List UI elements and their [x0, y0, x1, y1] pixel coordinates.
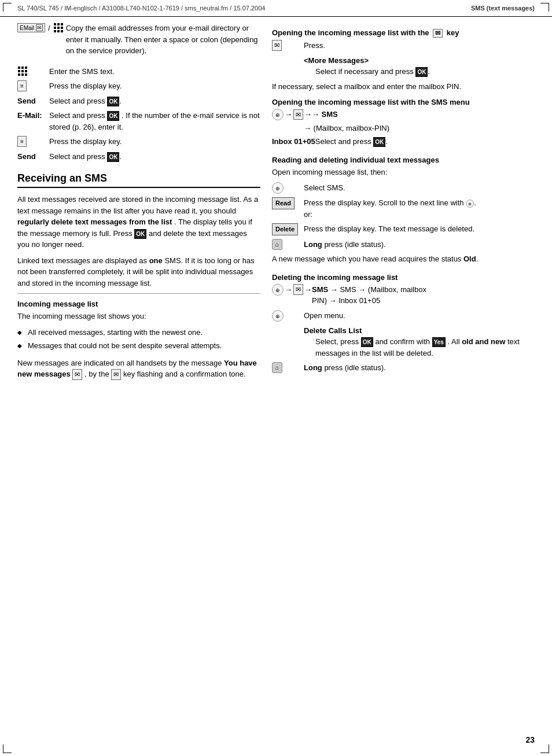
yes-badge: Yes [432, 337, 446, 347]
delete-row: Delete Press the display key. The text m… [272, 223, 535, 235]
press-display-desc2: Press the display key. [49, 136, 260, 147]
email-label: E-Mail: [17, 110, 42, 121]
svg-rect-7 [57, 30, 60, 32]
ok-badge-email: OK [107, 111, 119, 121]
email-label-area: E-Mail: [17, 110, 49, 121]
sms-del-icon: ✉ [293, 284, 303, 295]
end-call-icon-area: ⌂ [272, 239, 304, 250]
header-left: SL 740/SL 745 / IM-englisch / A31008-L74… [17, 5, 265, 12]
ok-badge-more: OK [415, 67, 428, 77]
sms-menu-row: ⊕ → ✉ → → SMS [272, 109, 535, 120]
bullet-item-2: Messages that could not be sent despite … [17, 340, 260, 352]
nav-icon-scroll: ⊕ [466, 200, 474, 208]
ok-badge-delete: OK [361, 337, 373, 347]
svg-rect-0 [54, 23, 56, 25]
svg-rect-8 [61, 30, 63, 32]
press-key-icon-area: ✉ [272, 40, 304, 51]
nav-icon-menu: ⊕ [272, 310, 284, 322]
long-press-row: ⌂ Long press (idle status). [272, 239, 535, 250]
end-call-icon2-area: ⌂ [272, 362, 304, 373]
inbox-row: Inbox 01+05 Select and press OK. [272, 136, 535, 147]
open-menu-row: ⊕ Open menu. [272, 310, 535, 322]
mailbox-note: If necessary, select a mailbox and enter… [272, 81, 535, 93]
svg-rect-11 [25, 67, 27, 69]
svg-rect-5 [61, 27, 63, 29]
send2-period: . [119, 152, 122, 161]
email-desc-area: Select and press OK . If the number of t… [49, 110, 260, 132]
long-press2-desc-area: Long press (idle status). [304, 362, 535, 374]
grid-icon [53, 23, 66, 33]
svg-rect-16 [21, 73, 24, 76]
long-press2-row: ⌂ Long press (idle status). [272, 362, 535, 374]
end-call-icon2: ⌂ [272, 362, 282, 373]
delete-calls-label: Delete Calls List [304, 326, 362, 335]
email-copy-desc: Copy the email addresses from your e-mai… [66, 23, 260, 61]
display-key-icon-area2: ≡ [17, 136, 49, 147]
svg-rect-6 [54, 30, 56, 32]
new-msg-read-para: A new message which you have read acquir… [272, 253, 535, 265]
inbox-label-area: Inbox 01+05 [272, 136, 315, 147]
ok-badge-send2: OK [107, 152, 119, 162]
press-display-desc: Press the display key. [49, 80, 260, 92]
arrow-del2: → [304, 284, 312, 296]
svg-rect-9 [18, 67, 20, 69]
press-display-row: ≡ Press the display key. [17, 80, 260, 92]
send-desc: Select and press [49, 97, 105, 105]
delete-button: Delete [272, 223, 298, 235]
send-label: Send [17, 95, 36, 107]
send-row2: Send Select and press OK. [17, 151, 260, 163]
send-label-area2: Send [17, 151, 49, 163]
email-label-row: E-Mail: Select and press OK . If the num… [17, 110, 260, 132]
sms-menu-icon-area: ⊕ → ✉ → [272, 109, 312, 120]
select-sms-icon-area: ⊕ [272, 182, 304, 194]
enter-sms-desc: Enter the SMS text. [49, 66, 260, 78]
page-header: SL 740/SL 745 / IM-englisch / A31008-L74… [0, 0, 552, 17]
open-menu-desc: Open menu. [304, 310, 535, 322]
end-call-icon: ⌂ [272, 239, 282, 250]
press-desc: Press. [304, 40, 535, 51]
svg-rect-12 [18, 70, 20, 72]
new-msg-para: New messages are indicated on all handse… [17, 357, 260, 380]
display-key-icon2: ≡ [17, 136, 27, 147]
email-desc: Select and press [49, 111, 105, 120]
send-desc-area2: Select and press OK. [49, 151, 260, 163]
header-right: SMS (text messages) [471, 5, 535, 12]
press-display-row2: ≡ Press the display key. [17, 136, 260, 147]
open-menu-icon-area: ⊕ [272, 310, 304, 322]
sms-grid-icon [17, 66, 29, 76]
page: SL 740/SL 745 / IM-englisch / A31008-L74… [0, 0, 552, 756]
msg-key-icon2: ✉ [272, 40, 282, 51]
receiving-section: Receiving an SMS All text messages recei… [17, 172, 260, 380]
main-content: EMail✉ / Cop [0, 17, 552, 402]
select-sms-row: ⊕ Select SMS. [272, 182, 535, 194]
left-column: EMail✉ / Cop [17, 23, 260, 385]
arrow-del1: → [285, 284, 292, 296]
incoming-para: The incoming message list shows you: [17, 311, 260, 322]
read-btn-area: Read [272, 197, 304, 209]
nav-icon-select: ⊕ [272, 182, 284, 194]
inbox-label: Inbox 01+05 [272, 136, 315, 147]
delete-desc-area: Press the display key. The text message … [304, 223, 535, 235]
send-desc-area: Select and press OK. [49, 95, 260, 107]
corner-mark-br [540, 744, 549, 753]
svg-rect-1 [57, 23, 60, 25]
send-desc2: Select and press [49, 152, 105, 161]
delete-calls-desc-area: Select, press OK and confirm with Yes . … [304, 336, 535, 359]
read-desc-area: Press the display key. Scroll to the nex… [304, 197, 535, 220]
arrow1: → [285, 109, 292, 120]
long-press-desc-area: Long press (idle status). [304, 239, 535, 250]
arrow2: → [304, 109, 312, 120]
incoming-subtitle: Incoming message list [17, 300, 260, 308]
bullet-item-1: All received messages, starting with the… [17, 327, 260, 338]
inbox-desc-area: Select and press OK. [315, 136, 535, 147]
enter-sms-row: Enter the SMS text. [17, 66, 260, 78]
svg-rect-4 [57, 27, 60, 29]
receiving-title: Receiving an SMS [17, 172, 260, 188]
email-icon-row: EMail✉ / Cop [17, 23, 260, 61]
deleting-nav-row: ⊕ → ✉ → SMS → SMS → (Mailbox, mailbox PI… [272, 284, 535, 307]
more-messages-label: <More Messages> [304, 56, 369, 65]
delete-calls-area: Delete Calls List Select, press OK and c… [304, 325, 535, 359]
sms-menu-envelope-icon: ✉ [293, 109, 303, 120]
deleting-nav-desc: SMS → SMS → (Mailbox, mailbox PIN) → Inb… [312, 284, 535, 307]
email-icon: EMail✉ [17, 23, 45, 32]
